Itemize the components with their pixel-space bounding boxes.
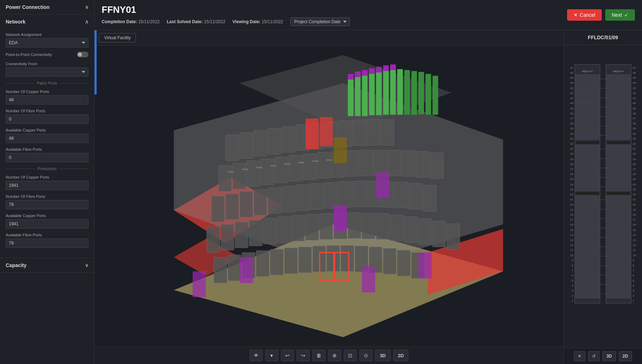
svg-rect-8 <box>355 76 361 116</box>
patch-avail-fibre-label: Available Fibre Ports <box>6 147 88 152</box>
svg-text:36: 36 <box>633 122 636 125</box>
svg-text:46: 46 <box>570 71 574 75</box>
connectivity-from-select[interactable] <box>6 67 88 77</box>
2d-view-button[interactable]: 2D <box>393 350 409 361</box>
svg-rect-53 <box>416 152 429 178</box>
svg-rect-249 <box>575 145 599 153</box>
3d-view-button[interactable]: 3D <box>375 350 391 361</box>
svg-text:30: 30 <box>570 152 574 155</box>
patch-avail-copper-input[interactable] <box>6 134 88 143</box>
connector-lines <box>599 79 606 294</box>
svg-text:19: 19 <box>633 208 636 211</box>
svg-rect-265 <box>575 289 599 298</box>
rack-diagram: 4746 4544 4342 4140 3938 3736 3534 3332 … <box>564 45 642 348</box>
svg-rect-106 <box>240 257 253 283</box>
svg-text:42: 42 <box>633 92 636 95</box>
svg-rect-81 <box>348 212 361 239</box>
rp-refresh-button[interactable]: ↺ <box>588 351 600 361</box>
svg-rect-52 <box>402 150 415 176</box>
svg-text:13: 13 <box>570 239 574 242</box>
svg-rect-258 <box>575 224 599 232</box>
svg-text:7: 7 <box>572 269 574 272</box>
svg-rect-250 <box>575 154 599 163</box>
prod-avail-fibre-input[interactable] <box>6 239 88 248</box>
rack-units-left <box>575 75 599 298</box>
virtual-facility-button[interactable]: Virtual Facility <box>99 33 136 42</box>
svg-text:33: 33 <box>633 137 636 140</box>
undo-icon: ↩ <box>285 353 290 358</box>
patch-avail-fibre-input[interactable] <box>6 153 88 162</box>
network-assignment-select[interactable]: EDA <box>6 38 88 47</box>
svg-rect-254 <box>575 192 599 195</box>
rp-2d-button[interactable]: 2D <box>619 351 632 361</box>
screenshot-button[interactable]: ⊙ <box>360 350 372 361</box>
header-meta: Completion Date: 15/11/2022 Last Solved … <box>102 17 350 26</box>
patch-fibre-ports-input[interactable] <box>6 114 88 124</box>
network-assignment-group: Network Assignment EDA <box>6 32 88 47</box>
svg-text:FFLDC: FFLDC <box>242 168 248 170</box>
fit-button[interactable]: ⊡ <box>344 350 357 361</box>
capacity-header[interactable]: Capacity ∨ <box>0 258 94 272</box>
3d-view-container[interactable]: FFLDC FFLDC FFLDC FFLDC FFLDC FFLDC FFLD… <box>95 46 564 347</box>
svg-rect-109 <box>193 271 206 297</box>
svg-rect-25 <box>383 65 389 71</box>
svg-rect-290 <box>607 289 631 298</box>
viewing-date-dropdown[interactable]: Project Completion Date <box>290 17 350 26</box>
svg-text:7: 7 <box>633 269 635 272</box>
power-connection-section: Power Connection ∨ <box>0 0 94 15</box>
rp-close-button[interactable]: ✕ <box>574 351 585 361</box>
right-panel: FFLDC/01/09 4746 4544 4342 4140 3938 373… <box>564 30 642 364</box>
redo-button[interactable]: ↪ <box>297 350 310 361</box>
svg-rect-78 <box>306 214 319 240</box>
trash-icon: 🗑 <box>316 353 321 358</box>
power-connection-header[interactable]: Power Connection ∨ <box>0 0 94 14</box>
svg-text:13: 13 <box>633 239 636 242</box>
cancel-button[interactable]: ✕ Cancel <box>567 9 602 21</box>
svg-rect-46 <box>317 152 331 178</box>
point-to-point-toggle[interactable] <box>77 52 88 57</box>
svg-text:39: 39 <box>570 107 574 110</box>
svg-rect-28 <box>240 133 253 159</box>
facility-svg: FFLDC FFLDC FFLDC FFLDC FFLDC FFLDC FFLD… <box>95 46 564 347</box>
chevron-down-icon: ▾ <box>270 353 273 358</box>
prod-avail-copper-input[interactable] <box>6 219 88 229</box>
svg-rect-272 <box>607 131 631 139</box>
svg-rect-79 <box>320 214 333 240</box>
svg-text:8: 8 <box>572 264 574 267</box>
delete-button[interactable]: 🗑 <box>312 350 325 361</box>
svg-rect-275 <box>607 154 631 163</box>
svg-rect-75 <box>263 218 276 244</box>
next-button[interactable]: Next ✓ <box>605 9 635 21</box>
undo-button[interactable]: ↩ <box>281 350 294 361</box>
view-panel: Virtual Facility <box>95 30 564 364</box>
patch-copper-ports-input[interactable] <box>6 95 88 104</box>
svg-rect-90 <box>228 255 241 281</box>
svg-rect-40 <box>233 163 246 189</box>
rp-3d-button[interactable]: 3D <box>602 351 616 361</box>
svg-rect-76 <box>277 217 290 243</box>
rack-numbers-left-group: 4746 4544 4342 4140 3938 3736 3534 3332 … <box>570 66 574 303</box>
svg-rect-72 <box>221 224 234 250</box>
prod-copper-ports-input[interactable] <box>6 181 88 190</box>
svg-text:16: 16 <box>633 223 636 226</box>
svg-rect-114 <box>334 137 347 163</box>
next-icon: ✓ <box>624 12 628 18</box>
view-eye-button[interactable]: 👁 <box>250 350 263 361</box>
svg-rect-241 <box>575 75 599 83</box>
network-header[interactable]: Network ∧ <box>0 15 94 29</box>
svg-text:11: 11 <box>633 248 636 252</box>
point-to-point-label: Point-to-Point Connectivity <box>6 52 52 57</box>
svg-text:28: 28 <box>633 163 636 166</box>
svg-text:FFLDC: FFLDC <box>299 162 305 164</box>
rack-numbers-right-group: 4746 4544 4342 4140 3938 3736 3534 3332 … <box>633 66 636 303</box>
svg-rect-42 <box>261 159 274 185</box>
add-button[interactable]: ⊕ <box>328 350 341 361</box>
svg-rect-94 <box>284 248 297 274</box>
patch-avail-fibre-group: Available Fibre Ports <box>6 147 88 162</box>
prod-fibre-ports-input[interactable] <box>6 200 88 209</box>
svg-rect-92 <box>256 251 269 277</box>
rack-diagram-svg: 4746 4544 4342 4140 3938 3736 3534 3332 … <box>567 48 639 321</box>
view-eye-dropdown-button[interactable]: ▾ <box>265 350 278 361</box>
svg-rect-16 <box>411 71 417 115</box>
patch-ports-divider: Patch Ports <box>6 81 88 85</box>
